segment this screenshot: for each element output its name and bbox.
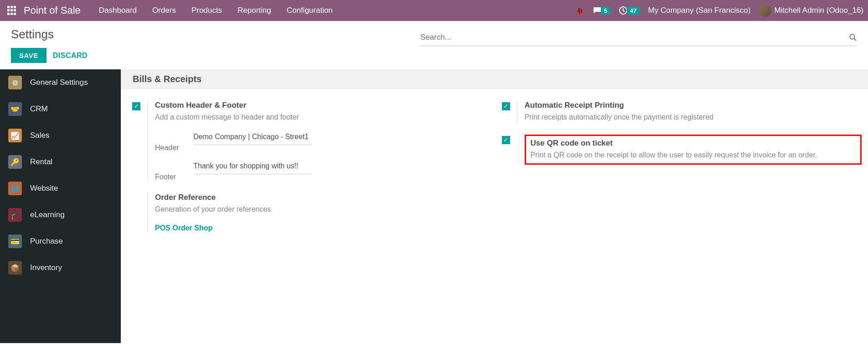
settings-sidebar: ⚙General Settings 🤝CRM 📈Sales 🔑Rental 🌐W… — [0, 69, 121, 343]
setting-desc: Print receipts automatically once the pa… — [525, 112, 853, 123]
checkbox-qr-code[interactable]: ✓ — [502, 136, 510, 144]
setting-title: Custom Header & Footer — [155, 101, 483, 110]
bug-icon[interactable]: 🐞 — [575, 6, 584, 16]
gear-icon: ⚙ — [8, 76, 22, 89]
sidebar-item-sales[interactable]: 📈Sales — [0, 122, 121, 149]
setting-auto-receipt: ✓ Automatic Receipt Printing Print recei… — [497, 101, 862, 123]
menu-orders[interactable]: Orders — [152, 6, 176, 15]
avatar — [759, 4, 771, 17]
checkbox-custom-hf[interactable]: ✓ — [132, 102, 140, 110]
sidebar-item-label: Purchase — [30, 237, 63, 246]
header-label: Header — [155, 131, 193, 152]
svg-point-1 — [850, 34, 855, 39]
search-input[interactable] — [419, 31, 849, 44]
top-menu: Dashboard Orders Products Reporting Conf… — [99, 6, 333, 15]
control-panel: Settings SAVE DISCARD — [0, 21, 868, 69]
sidebar-item-label: Website — [30, 184, 58, 193]
setting-title: Order Reference — [155, 193, 483, 202]
company-selector[interactable]: My Company (San Francisco) — [648, 6, 751, 15]
graduation-icon: 🎓 — [8, 208, 22, 222]
discard-button[interactable]: DISCARD — [53, 52, 88, 60]
user-menu[interactable]: Mitchell Admin (Odoo_16) — [759, 4, 863, 17]
setting-desc: Generation of your order references — [155, 204, 483, 215]
menu-configuration[interactable]: Configuration — [287, 6, 333, 15]
section-title: Bills & Receipts — [121, 69, 868, 89]
sidebar-item-rental[interactable]: 🔑Rental — [0, 149, 121, 175]
card-icon: 💳 — [8, 235, 22, 248]
app-brand[interactable]: Point of Sale — [24, 5, 81, 16]
menu-products[interactable]: Products — [191, 6, 222, 15]
sidebar-item-inventory[interactable]: 📦Inventory — [0, 255, 121, 281]
sidebar-item-general[interactable]: ⚙General Settings — [0, 69, 121, 96]
apps-icon[interactable] — [6, 5, 17, 16]
sidebar-item-label: Inventory — [30, 263, 62, 272]
setting-title: Use QR code on ticket — [531, 139, 856, 148]
globe-icon: 🌐 — [8, 182, 22, 195]
handshake-icon: 🤝 — [8, 102, 22, 116]
sidebar-item-crm[interactable]: 🤝CRM — [0, 96, 121, 122]
top-navbar: Point of Sale Dashboard Orders Products … — [0, 0, 868, 21]
search-bar — [419, 29, 857, 46]
header-field[interactable]: Demo Company | Chicago - Street1 — [193, 131, 312, 145]
footer-field[interactable]: Thank you for shopping with us!! — [193, 160, 312, 174]
chart-icon: 📈 — [8, 129, 22, 142]
sidebar-item-elearn[interactable]: 🎓eLearning — [0, 202, 121, 228]
activities-count: 47 — [627, 7, 640, 15]
key-icon: 🔑 — [8, 155, 22, 169]
messages-count: 5 — [601, 7, 610, 15]
sidebar-item-label: CRM — [30, 104, 48, 114]
setting-custom-header-footer: ✓ Custom Header & Footer Add a custom me… — [127, 101, 492, 181]
setting-order-reference: Order Reference Generation of your order… — [127, 193, 492, 232]
activities-button[interactable]: 47 — [619, 6, 640, 15]
sidebar-item-website[interactable]: 🌐Website — [0, 175, 121, 202]
setting-title: Automatic Receipt Printing — [525, 101, 853, 110]
search-icon[interactable] — [849, 33, 857, 42]
page-title: Settings — [11, 27, 88, 42]
messages-button[interactable]: 5 — [593, 6, 610, 15]
settings-content: Bills & Receipts ✓ Custom Header & Foote… — [121, 69, 868, 343]
pos-order-link[interactable]: POS Order Shop — [155, 224, 212, 232]
sidebar-item-label: General Settings — [30, 78, 88, 87]
setting-desc: Add a custom message to header and foote… — [155, 112, 483, 123]
checkbox-auto-receipt[interactable]: ✓ — [502, 102, 510, 110]
box-icon: 📦 — [8, 261, 22, 275]
chat-icon — [593, 6, 602, 15]
footer-label: Footer — [155, 160, 193, 181]
setting-desc: Print a QR code on the receipt to allow … — [531, 150, 856, 161]
sidebar-item-label: Rental — [30, 157, 52, 167]
sidebar-item-purchase[interactable]: 💳Purchase — [0, 228, 121, 255]
menu-dashboard[interactable]: Dashboard — [99, 6, 137, 15]
save-button[interactable]: SAVE — [11, 48, 46, 63]
user-name: Mitchell Admin (Odoo_16) — [774, 6, 863, 15]
sidebar-item-label: Sales — [30, 131, 50, 140]
menu-reporting[interactable]: Reporting — [238, 6, 271, 15]
setting-qr-code: ✓ Use QR code on ticket Print a QR code … — [497, 135, 862, 165]
clock-icon — [619, 6, 628, 15]
sidebar-item-label: eLearning — [30, 210, 65, 219]
